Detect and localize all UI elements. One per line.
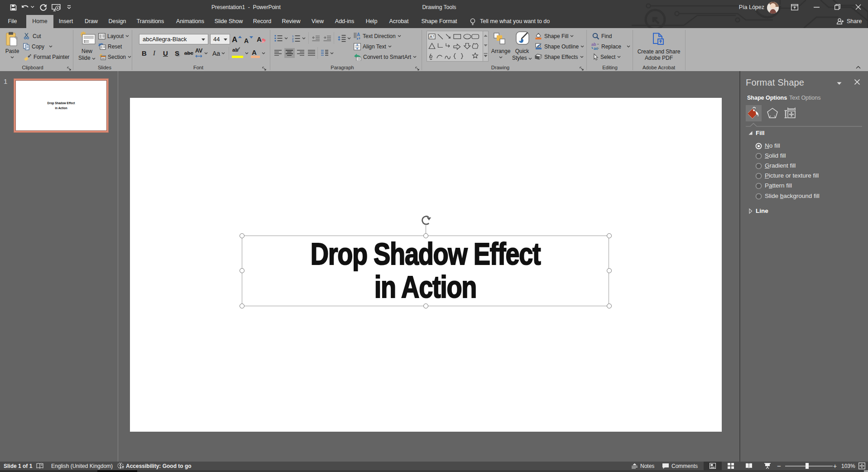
svg-text:3: 3 (292, 40, 294, 42)
svg-text:A: A (357, 33, 360, 37)
svg-text:A: A (430, 34, 432, 39)
